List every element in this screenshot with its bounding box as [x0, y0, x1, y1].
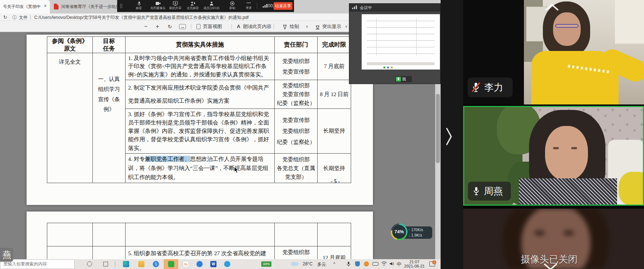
- expand-panel-arrow[interactable]: [445, 126, 453, 147]
- signal-icon: [352, 5, 357, 9]
- new-share-button[interactable]: 新的共享: [166, 1, 185, 11]
- clock[interactable]: 21:07 2021-08-21: [403, 260, 426, 268]
- pointer-app-icon[interactable]: [196, 261, 203, 267]
- battery-percent-badge[interactable]: 44%: [261, 261, 271, 267]
- face: [553, 12, 581, 46]
- camera-off-button[interactable]: 关闭摄像头: [148, 1, 167, 11]
- mute-all-button[interactable]: 全员静音: [183, 1, 202, 11]
- address-scheme: 文件: [19, 15, 28, 21]
- more-dots-icon: •••: [239, 1, 258, 5]
- tencent-docs-icon[interactable]: TD: [183, 261, 189, 267]
- video-tile-lili[interactable]: 李力: [463, 0, 644, 104]
- cell-measure-2: 2. 制定下发河南应用技术职业学院委员会贯彻《中国共产党普通高校基层组织工作条例…: [126, 80, 275, 108]
- participant-name-label: 周燕: [468, 182, 511, 201]
- cell-deadline-5: 12 月底前: [318, 246, 351, 260]
- scrollbar-thumb[interactable]: [436, 94, 440, 163]
- tray-speaker-orange-icon[interactable]: [364, 261, 369, 266]
- video-tile-zhouyan[interactable]: 周燕: [463, 106, 644, 206]
- record-button[interactable]: 录制: [223, 1, 242, 11]
- notification-icon[interactable]: 1: [429, 261, 435, 266]
- page-view-button[interactable]: 页面视图: [203, 23, 222, 30]
- meeting-preview-window[interactable]: 会议中 我: [349, 3, 441, 84]
- header-measures: 贯彻落实具体措施: [126, 37, 275, 53]
- tray-volume-icon[interactable]: [389, 261, 394, 266]
- address-separator: |: [30, 14, 31, 19]
- ime-indicator[interactable]: 中: [397, 261, 401, 268]
- participant-name: 周燕: [484, 185, 503, 198]
- weather-condition[interactable]: 多云: [317, 261, 326, 268]
- drag-handle[interactable]: [122, 4, 122, 8]
- assistant-percent-ring[interactable]: 74%: [391, 223, 408, 240]
- tray-expand-caret[interactable]: ^: [333, 261, 335, 266]
- tab-close-icon[interactable]: ✕: [44, 4, 47, 8]
- tab-inactive-pdf[interactable]: 河南省教育厅《关于进一步动员: [50, 0, 123, 13]
- more-button[interactable]: ••• 更多: [239, 1, 258, 10]
- implementation-table-continued: 5. 组织参加省委高校工委召开的第 27 次全省高校党的建设工作 党委组织部 1…: [47, 223, 351, 259]
- cell-measure-3: 3. 抓好《条例》学习宣传工作，指导学校基层党组织和党员干部师生特别是党员领导干…: [126, 108, 275, 153]
- implementation-table: 参阅《条例》原文 目标任务 贯彻落实具体措施 责任部门 完成时限 详见全文 一、…: [47, 36, 351, 183]
- zoom-out-button[interactable]: −: [144, 23, 147, 30]
- clock-time: 21:07: [403, 260, 426, 264]
- highlight-dropdown-icon[interactable]: ∨: [345, 23, 347, 30]
- draw-pen-icon: [282, 24, 287, 31]
- camera-feed: [524, 0, 644, 104]
- tray-battery-icon[interactable]: [373, 262, 378, 266]
- task-view-icon[interactable]: [103, 262, 108, 266]
- zoom-in-button[interactable]: +: [156, 23, 159, 30]
- cell-task1: 一、认真组织学习宣传《条例》: [93, 53, 126, 183]
- cell-deadline-3: 长期坚持: [318, 108, 351, 153]
- cortana-icon[interactable]: [87, 261, 92, 266]
- glasses: [555, 24, 579, 28]
- edge-browser-icon[interactable]: [123, 261, 129, 267]
- cell-dept-5: 党委组织部: [275, 246, 318, 260]
- pdf-page-6: 5. 组织参加省委高校工委召开的第 27 次全省高校党的建设工作 党委组织部 1…: [27, 211, 373, 259]
- weather-cloud-icon: [291, 262, 298, 266]
- video-tile-camera-off[interactable]: 摄像头已关闭: [463, 209, 644, 269]
- search-box-text: 里输入你要搜索的内容: [3, 261, 47, 266]
- browser-360-icon[interactable]: S: [153, 261, 159, 267]
- scroll-down-chevron[interactable]: [542, 262, 558, 269]
- mic-on-icon: [472, 186, 480, 196]
- cell-measure-4: 4. 对专兼职党务工作者、思想政治工作人员开展专题培训，将《条例》学习纳入“三会…: [126, 153, 275, 183]
- scroll-up-chevron[interactable]: [544, 3, 560, 12]
- rotate-button[interactable]: ↻: [168, 23, 172, 30]
- wechat-icon[interactable]: [168, 261, 174, 267]
- word-icon[interactable]: W: [210, 261, 216, 267]
- tencent-meeting-icon[interactable]: [224, 261, 230, 267]
- my-mic-status-badge: 我: [395, 76, 412, 82]
- meetbar-divider: [257, 3, 257, 9]
- cell-measure-5: 5. 组织参加省委高校工委召开的第 27 次全省高校党的建设工作: [126, 246, 275, 260]
- yellow-object: [619, 172, 643, 205]
- read-aloud-icon: A: [237, 23, 240, 30]
- toolbar-divider: [191, 24, 191, 29]
- members-button[interactable]: 成员(19/19): [201, 1, 222, 11]
- cell-dept-3: 党委宣传部党委组织部纪委（监察处）: [275, 108, 318, 153]
- draw-button[interactable]: 绘制: [290, 23, 299, 30]
- reload-icon[interactable]: ↻: [3, 15, 7, 20]
- fit-width-button[interactable]: ↔: [179, 24, 186, 29]
- preview-titlebar[interactable]: 会议中: [349, 4, 440, 12]
- tray-mic-icon[interactable]: [346, 261, 351, 267]
- weather-temp[interactable]: 28°C: [303, 261, 313, 266]
- percent-value: 74%: [392, 225, 406, 239]
- tray-wifi-icon[interactable]: [381, 261, 387, 266]
- header-ref: 参阅《条例》原文: [47, 37, 93, 53]
- mic-on-icon: [396, 77, 401, 82]
- mute-button[interactable]: 静音: [130, 1, 148, 11]
- draw-dropdown-icon[interactable]: ∨: [306, 23, 308, 30]
- face: [545, 126, 588, 181]
- end-share-button[interactable]: 结束共享: [274, 2, 293, 10]
- toolbar-divider: [231, 24, 232, 29]
- drag-handle[interactable]: [120, 4, 121, 8]
- info-icon[interactable]: ⓘ: [12, 15, 17, 21]
- tab-title: 河南省教育厅《关于进一步动员: [61, 4, 122, 9]
- file-explorer-icon[interactable]: [138, 261, 144, 267]
- tab-active-pdf[interactable]: 号关于印发《贯彻中国共 ✕: [0, 0, 50, 13]
- download-arrow-icon: ↓: [408, 233, 410, 237]
- tray-shield-icon[interactable]: [355, 261, 360, 266]
- participant-video-sidebar: 李力 周燕: [463, 0, 644, 269]
- cell-dept-2: 党委组织部党委宣传部纪委（监察处）: [275, 80, 318, 108]
- read-aloud-button[interactable]: 朗读此页内容: [243, 23, 271, 30]
- highlight-button[interactable]: 突出显示: [322, 23, 341, 30]
- preview-title: 会议中: [360, 5, 372, 10]
